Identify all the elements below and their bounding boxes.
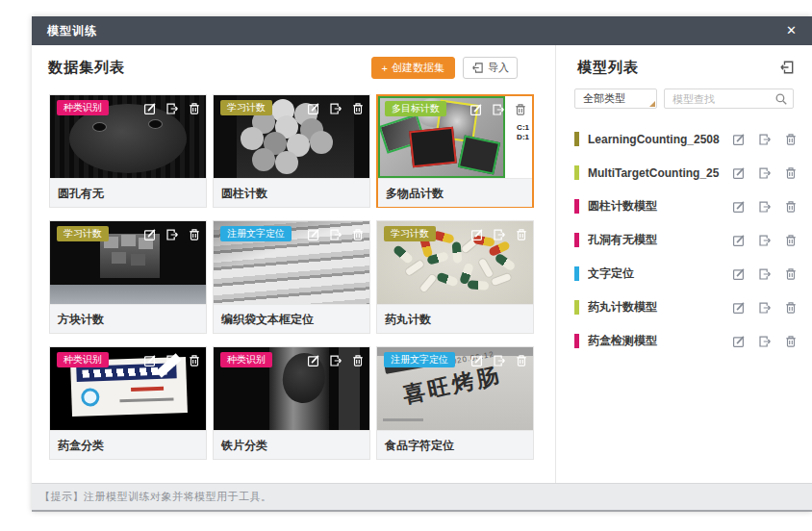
dataset-card-block-count[interactable]: 学习计数 方块计数	[49, 220, 207, 334]
edit-icon[interactable]	[732, 166, 746, 180]
model-row[interactable]: MultiTargetCounting_25...	[556, 156, 812, 190]
edit-icon[interactable]	[732, 133, 746, 146]
model-panel-title: 模型列表	[577, 59, 639, 77]
edit-icon[interactable]	[732, 335, 746, 348]
model-row[interactable]: 文字定位	[556, 257, 812, 291]
model-panel: 模型列表 全部类型 LearningCounting_2508	[556, 45, 812, 483]
model-color-bar	[574, 334, 579, 348]
export-icon[interactable]	[165, 102, 179, 115]
edit-icon[interactable]	[143, 228, 157, 241]
model-type-dropdown[interactable]: 全部类型	[574, 88, 657, 109]
model-row[interactable]: LearningCounting_25080...	[556, 122, 812, 156]
import-dataset-button[interactable]: 导入	[463, 57, 518, 79]
dataset-title: 铁片分类	[214, 430, 369, 459]
edit-icon[interactable]	[732, 267, 746, 281]
dataset-title: 方块计数	[50, 304, 206, 333]
dataset-card-woven-bag-text[interactable]: 注册文字定位 编织袋文本框定位	[213, 220, 370, 334]
model-row[interactable]: 药盒检测模型	[556, 324, 812, 358]
trash-icon[interactable]	[784, 335, 798, 348]
trash-icon[interactable]	[515, 354, 528, 367]
export-icon[interactable]	[165, 228, 179, 241]
import-model-icon[interactable]	[779, 60, 795, 75]
export-icon[interactable]	[329, 228, 343, 241]
dataset-title: 药丸计数	[377, 304, 533, 333]
export-icon[interactable]	[758, 301, 772, 315]
trash-icon[interactable]	[784, 267, 798, 281]
search-icon[interactable]	[774, 92, 788, 106]
export-icon[interactable]	[758, 200, 772, 214]
export-icon[interactable]	[758, 335, 772, 348]
trash-icon[interactable]	[784, 133, 798, 146]
edit-icon[interactable]	[307, 228, 320, 241]
trash-icon[interactable]	[515, 228, 528, 241]
dialog-content: 数据集列表 + 创建数据集 导入	[32, 45, 812, 483]
edit-icon[interactable]	[732, 234, 746, 247]
edit-icon[interactable]	[470, 228, 484, 241]
trash-icon[interactable]	[188, 354, 201, 367]
dataset-type-tag: 种类识别	[57, 352, 109, 367]
model-row[interactable]: 药丸计数模型	[556, 291, 812, 324]
trash-icon[interactable]	[784, 166, 798, 180]
export-icon[interactable]	[165, 354, 179, 367]
dataset-card-medicine-box[interactable]: 种类识别 药盒分类	[49, 346, 207, 460]
model-row[interactable]: 孔洞有无模型	[556, 223, 812, 257]
dataset-title: 圆柱计数	[214, 178, 369, 207]
model-search	[664, 88, 794, 109]
model-row[interactable]: 圆柱计数模型	[556, 190, 812, 223]
trash-icon[interactable]	[514, 103, 527, 116]
export-icon[interactable]	[758, 166, 772, 180]
export-icon[interactable]	[758, 234, 772, 247]
dataset-panel-title: 数据集列表	[48, 59, 125, 77]
dataset-panel: 数据集列表 + 创建数据集 导入	[32, 45, 556, 483]
model-color-bar	[574, 132, 579, 146]
dataset-card-round-hole[interactable]: 种类识别 圆孔有无	[49, 94, 207, 208]
dataset-thumbnail: 种类识别	[214, 347, 369, 430]
dataset-type-tag: 注册文字定位	[384, 352, 455, 367]
export-icon[interactable]	[329, 354, 343, 367]
trash-icon[interactable]	[188, 228, 201, 241]
dataset-type-tag: 学习计数	[384, 226, 436, 241]
export-icon[interactable]	[758, 267, 772, 281]
close-icon[interactable]: ✕	[786, 16, 797, 45]
edit-icon[interactable]	[143, 102, 157, 115]
export-icon[interactable]	[758, 133, 772, 146]
dialog-title: 模型训练	[47, 23, 97, 39]
screen: 模型训练 ✕ 数据集列表 + 创建数据集 导入	[0, 0, 812, 531]
trash-icon[interactable]	[351, 354, 365, 367]
bounding-box-green	[458, 135, 500, 174]
dataset-card-cylinder-count[interactable]: 学习计数 圆柱计数	[213, 94, 370, 208]
dataset-card-food-text[interactable]: 2020.06.12 喜旺烤肠 注册文字定位 食品字符定位	[376, 346, 534, 460]
dataset-type-tag: 学习计数	[220, 100, 272, 115]
dataset-grid: 种类识别 圆孔有无	[49, 94, 540, 460]
model-color-bar	[574, 266, 579, 281]
dropdown-corner-icon	[649, 101, 655, 107]
dataset-card-iron-piece[interactable]: 种类识别 铁片分类	[213, 346, 370, 460]
trash-icon[interactable]	[351, 102, 365, 115]
trash-icon[interactable]	[784, 301, 798, 315]
annotation-counts: C:1 D:1	[517, 123, 529, 142]
trash-icon[interactable]	[188, 102, 201, 115]
plus-icon: +	[382, 63, 388, 74]
export-icon[interactable]	[493, 228, 506, 241]
dataset-thumbnail: C:1 D:1 多目标计数	[378, 96, 532, 178]
dataset-title: 多物品计数	[378, 178, 532, 207]
trash-icon[interactable]	[784, 200, 798, 214]
dataset-type-tag: 学习计数	[57, 226, 109, 241]
dataset-card-pill-count[interactable]: 学习计数 药丸计数	[376, 220, 534, 334]
edit-icon[interactable]	[732, 200, 746, 214]
edit-icon[interactable]	[307, 354, 320, 367]
dataset-card-multi-object-count[interactable]: C:1 D:1 多目标计数 多物品计数	[376, 94, 534, 208]
trash-icon[interactable]	[784, 234, 798, 247]
edit-icon[interactable]	[143, 354, 157, 367]
export-icon[interactable]	[492, 103, 505, 116]
trash-icon[interactable]	[351, 228, 365, 241]
edit-icon[interactable]	[732, 301, 746, 315]
edit-icon[interactable]	[307, 102, 320, 115]
edit-icon[interactable]	[469, 103, 483, 116]
dataset-thumbnail: 种类识别	[50, 95, 206, 178]
create-dataset-button[interactable]: + 创建数据集	[371, 57, 455, 79]
edit-icon[interactable]	[470, 354, 484, 367]
export-icon[interactable]	[329, 102, 343, 115]
export-icon[interactable]	[493, 354, 506, 367]
model-color-bar	[574, 199, 579, 214]
